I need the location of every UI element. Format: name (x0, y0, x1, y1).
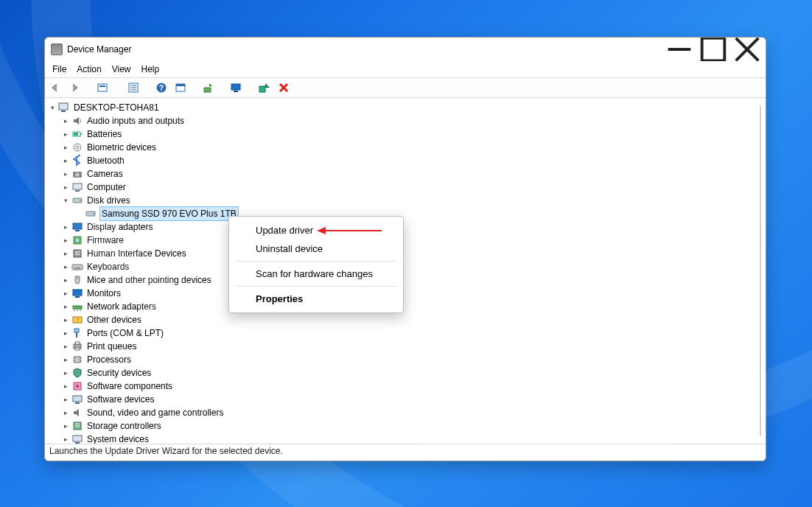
chevron-right-icon[interactable]: ▸ (61, 313, 70, 326)
show-hidden-button[interactable] (95, 80, 110, 95)
tree-category[interactable]: ▸Bluetooth (61, 154, 761, 167)
tree-category[interactable]: ▸Display adapters (61, 220, 761, 234)
chevron-right-icon[interactable]: ▸ (61, 419, 70, 433)
ctx-properties[interactable]: Properties (229, 290, 403, 308)
battery-icon (71, 128, 83, 140)
tree-category-disk-drives[interactable]: ▾Disk drives (61, 194, 761, 207)
tree-category[interactable]: ▸Mice and other pointing devices (61, 273, 761, 287)
chevron-right-icon[interactable]: ▸ (61, 234, 70, 247)
software-icon (71, 394, 83, 405)
tree-category[interactable]: ▸Print queues (61, 340, 761, 353)
menu-action[interactable]: Action (77, 64, 101, 74)
computer-icon (71, 181, 83, 193)
tree-category[interactable]: ▸Human Interface Devices (61, 247, 761, 260)
uninstall-device-button[interactable] (276, 80, 291, 95)
chevron-right-icon[interactable]: ▸ (61, 380, 70, 393)
chevron-right-icon[interactable]: ▸ (61, 247, 70, 260)
chevron-right-icon[interactable]: ▸ (61, 353, 70, 366)
tree-category[interactable]: ▸Storage controllers (61, 419, 761, 433)
svg-rect-70 (73, 436, 82, 441)
properties-button[interactable] (126, 80, 141, 95)
tree-category[interactable]: ▸Batteries (61, 127, 761, 141)
tree-category[interactable]: ▸Audio inputs and outputs (61, 114, 761, 127)
chevron-right-icon[interactable]: ▸ (61, 340, 70, 353)
minimize-button[interactable] (662, 38, 696, 61)
tree-category[interactable]: ▸Computer (61, 181, 761, 194)
chevron-right-icon[interactable]: ▸ (61, 406, 70, 419)
menu-help[interactable]: Help (141, 64, 160, 74)
help-button[interactable]: ? (154, 80, 169, 95)
chevron-down-icon[interactable]: ▾ (61, 194, 70, 207)
tree-root[interactable]: ▾ DESKTOP-ETOHA81 (48, 101, 761, 114)
chevron-right-icon[interactable]: ▸ (61, 300, 70, 313)
tree-category[interactable]: ▸Ports (COM & LPT) (61, 326, 761, 340)
tree-category[interactable]: ▸Keyboards (61, 260, 761, 273)
tree-category[interactable]: ▸Sound, video and game controllers (61, 406, 761, 419)
tree-category[interactable]: ▸System devices (61, 433, 761, 444)
forward-button[interactable] (67, 80, 82, 95)
chevron-right-icon[interactable]: ▸ (61, 273, 70, 287)
tree-category[interactable]: ▸Security devices (61, 366, 761, 380)
menubar: File Action View Help (45, 61, 766, 77)
back-button[interactable] (48, 80, 63, 95)
window-title: Device Manager (67, 44, 131, 55)
status-text: Launches the Update Driver Wizard for th… (49, 446, 283, 456)
camera-icon (71, 168, 83, 180)
menu-view[interactable]: View (112, 64, 131, 74)
tree-category[interactable]: ▸Processors (61, 353, 761, 366)
tree-category[interactable]: ▸Firmware (61, 234, 761, 247)
app-icon (51, 43, 63, 55)
menu-file[interactable]: File (52, 64, 66, 74)
component-icon (71, 380, 83, 392)
chevron-right-icon[interactable]: ▸ (61, 393, 70, 406)
tree-category[interactable]: ▸Cameras (61, 167, 761, 181)
refresh-button[interactable] (173, 80, 188, 95)
svg-rect-30 (75, 190, 80, 192)
svg-rect-57 (75, 348, 80, 350)
chevron-right-icon[interactable]: ▸ (61, 287, 70, 300)
context-menu: Update driver Uninstall device Scan for … (228, 216, 404, 313)
ctx-scan-hardware[interactable]: Scan for hardware changes (229, 265, 403, 283)
svg-rect-15 (231, 84, 240, 90)
chevron-right-icon[interactable]: ▸ (61, 433, 70, 444)
chevron-right-icon[interactable]: ▸ (61, 326, 70, 340)
chevron-right-icon[interactable]: ▸ (61, 260, 70, 273)
toolbar: ? (45, 77, 766, 98)
tree-category[interactable]: ▸Biometric devices (61, 141, 761, 154)
tree-category[interactable]: ▸?Other devices (61, 313, 761, 326)
device-tree[interactable]: ▾ DESKTOP-ETOHA81 ▸Audio inputs and outp… (45, 98, 766, 444)
svg-rect-42 (72, 265, 83, 270)
update-driver-button[interactable] (201, 80, 216, 95)
chevron-right-icon[interactable]: ▸ (61, 141, 70, 154)
svg-point-64 (76, 385, 79, 388)
bluetooth-icon (71, 155, 83, 167)
firmware-icon (71, 234, 83, 246)
enable-device-button[interactable] (257, 80, 272, 95)
tree-category[interactable]: ▸Software components (61, 380, 761, 393)
chevron-right-icon[interactable]: ▸ (61, 114, 70, 127)
svg-rect-1 (702, 38, 725, 61)
svg-rect-53 (74, 329, 79, 332)
maximize-button[interactable] (696, 38, 730, 61)
close-button[interactable] (730, 38, 764, 61)
ctx-uninstall-device[interactable]: Uninstall device (229, 239, 403, 258)
tree-item-selected-disk[interactable]: Samsung SSD 970 EVO Plus 1TB (74, 207, 761, 220)
svg-rect-43 (74, 268, 80, 269)
chevron-right-icon[interactable]: ▸ (61, 366, 70, 380)
svg-rect-14 (204, 88, 211, 92)
chevron-right-icon[interactable]: ▸ (61, 127, 70, 141)
tree-category[interactable]: ▸Software devices (61, 393, 761, 406)
chevron-right-icon[interactable]: ▸ (61, 154, 70, 167)
svg-rect-38 (76, 239, 79, 242)
chevron-down-icon[interactable]: ▾ (48, 101, 57, 114)
hid-icon (71, 248, 83, 259)
ctx-update-driver[interactable]: Update driver (229, 221, 403, 239)
svg-point-34 (93, 213, 94, 214)
chevron-right-icon[interactable]: ▸ (61, 220, 70, 234)
scan-button[interactable] (229, 80, 244, 95)
tree-category[interactable]: ▸Network adapters (61, 300, 761, 313)
port-icon (71, 327, 83, 339)
chevron-right-icon[interactable]: ▸ (61, 181, 70, 194)
tree-category[interactable]: ▸Monitors (61, 287, 761, 300)
chevron-right-icon[interactable]: ▸ (61, 167, 70, 181)
